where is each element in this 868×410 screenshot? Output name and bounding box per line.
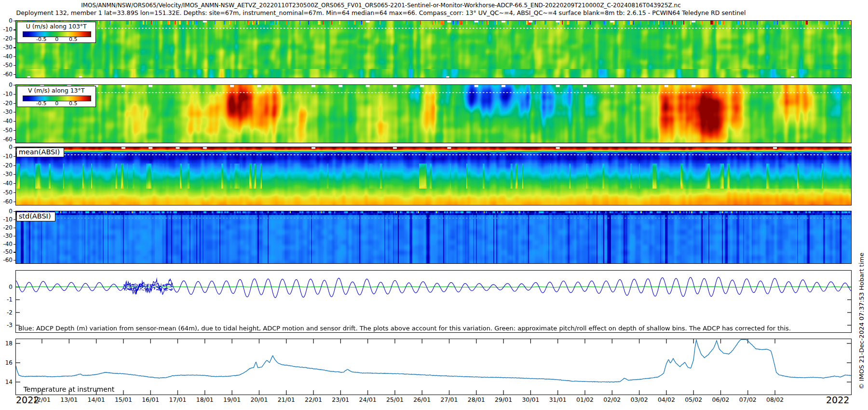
- xtick-date-16-01: 16/01: [139, 396, 162, 403]
- ytick-mark: [14, 121, 16, 122]
- xtick-date-30-01: 30/01: [519, 396, 542, 403]
- figure-titles: IMOS/ANMN/NSW/ORS065/Velocity/IMOS_ANMN-…: [5, 2, 757, 16]
- v-colorbar-tick-neg: -0.5: [33, 100, 50, 107]
- ytick-mark: [14, 139, 16, 140]
- ytick-mark: [14, 202, 16, 202]
- xtick-date-13-01: 13/01: [58, 396, 80, 403]
- u-legend-title: U (m/s) along 103°T: [17, 23, 95, 30]
- xtick-date-15-01: 15/01: [112, 396, 135, 403]
- ytick-v--50: -50: [0, 127, 13, 134]
- xtick-date-20-01: 20/01: [248, 396, 270, 403]
- ytick-temp-14: 14: [0, 379, 13, 385]
- panel-temperature: Temperature at instrument: [15, 339, 852, 395]
- ytick-mean_absi--10: -10: [0, 153, 13, 160]
- ytick-mean_absi--20: -20: [0, 162, 13, 169]
- ytick-mark: [14, 56, 16, 57]
- xtick-date-02-02: 02/02: [601, 396, 623, 403]
- xtick-date-19-01: 19/01: [221, 396, 243, 403]
- ytick-u--20: -20: [0, 35, 13, 42]
- ytick-mark: [14, 260, 16, 260]
- ytick-mean_absi--60: -60: [0, 198, 13, 205]
- u-colorbar-tick-neg: -0.5: [33, 36, 50, 42]
- x-axis-year-right: 2022: [826, 395, 849, 405]
- xtick-date-27-01: 27/01: [438, 396, 461, 403]
- v-velocity-heatmap: [16, 85, 851, 143]
- ytick-v--20: -20: [0, 100, 13, 107]
- ytick-depth-0: 0: [0, 284, 13, 290]
- v-colorbar-tick-pos: 0.5: [65, 100, 81, 107]
- depth-variation-annotation: Blue: ADCP Depth (m) variation from sens…: [18, 325, 791, 332]
- mean-absi-label: mean(ABSI): [16, 148, 65, 157]
- ytick-u--40: -40: [0, 53, 13, 60]
- ytick-mark: [14, 211, 16, 212]
- xtick-date-03-02: 03/02: [628, 396, 651, 403]
- ytick-mark: [14, 47, 16, 48]
- imos-watermark: © IMOS 21-Dec-2024 07:37:53 Hobart time: [858, 230, 866, 410]
- ytick-mark: [14, 165, 16, 166]
- xtick-date-29-01: 29/01: [492, 396, 515, 403]
- ytick-temp-16: 16: [0, 359, 13, 366]
- ytick-v--30: -30: [0, 109, 13, 115]
- xtick-date-24-01: 24/01: [357, 396, 379, 403]
- ytick-mark: [14, 85, 16, 85]
- xtick-date-18-01: 18/01: [194, 396, 216, 403]
- ytick-std_absi--30: -30: [0, 232, 13, 239]
- xtick-date-01-02: 01/02: [574, 396, 596, 403]
- ytick-mark: [14, 174, 16, 175]
- panel-u-velocity: U (m/s) along 103°T -0.5 0 0.5: [15, 20, 852, 78]
- ytick-v--60: -60: [0, 136, 13, 143]
- ytick-mark: [14, 192, 16, 193]
- xtick-date-08-02: 08/02: [764, 396, 786, 403]
- title-deployment-info: Deployment 132, member 1 lat=33.89S lon=…: [5, 9, 757, 16]
- x-axis-year-left: 2022: [16, 395, 39, 405]
- xtick-date-17-01: 17/01: [167, 396, 189, 403]
- ytick-mean_absi--40: -40: [0, 180, 13, 187]
- ytick-mark: [14, 130, 16, 131]
- u-colorbar-tick-zero: 0: [49, 36, 65, 42]
- u-colorbar-tick-pos: 0.5: [65, 36, 81, 42]
- xtick-date-28-01: 28/01: [465, 396, 488, 403]
- ytick-temp-18: 18: [0, 340, 13, 347]
- xtick-date-14-01: 14/01: [85, 396, 108, 403]
- xtick-date-22-01: 22/01: [302, 396, 325, 403]
- ytick-mark: [14, 103, 16, 104]
- xtick-date-26-01: 26/01: [411, 396, 433, 403]
- ytick-mean_absi-0: 0: [0, 144, 13, 150]
- ytick-u-0: 0: [0, 17, 13, 24]
- ytick-mark: [14, 183, 16, 184]
- ytick-mean_absi--30: -30: [0, 171, 13, 178]
- ytick-mark: [14, 228, 16, 228]
- ytick-u--10: -10: [0, 26, 13, 33]
- std-absi-label: std(ABSI): [16, 212, 55, 221]
- xtick-date-05-02: 05/02: [682, 396, 705, 403]
- ytick-depth--3: -3: [0, 322, 13, 328]
- ytick-mark: [14, 219, 16, 220]
- panel-adcp-depth-variation: Blue: ADCP Depth (m) variation from sens…: [15, 270, 852, 333]
- temperature-label: Temperature at instrument: [24, 385, 114, 393]
- ytick-mark: [14, 112, 16, 112]
- xtick-date-21-01: 21/01: [275, 396, 298, 403]
- title-filename: IMOS/ANMN/NSW/ORS065/Velocity/IMOS_ANMN-…: [5, 2, 757, 9]
- ytick-depth--2: -2: [0, 309, 13, 316]
- ytick-u--50: -50: [0, 62, 13, 68]
- depth-variation-lineplot: [16, 271, 851, 332]
- panel-mean-absi: mean(ABSI): [15, 147, 852, 205]
- ytick-v-0: 0: [0, 82, 13, 88]
- xtick-date-06-02: 06/02: [710, 396, 732, 403]
- ytick-v--10: -10: [0, 91, 13, 97]
- ytick-mark: [14, 29, 16, 30]
- v-colorbar-legend: V (m/s) along 13°T -0.5 0 0.5: [17, 86, 96, 107]
- temperature-lineplot: [16, 339, 851, 395]
- ytick-mark: [14, 156, 16, 157]
- ytick-std_absi--40: -40: [0, 241, 13, 247]
- ytick-std_absi--60: -60: [0, 257, 13, 263]
- ytick-mark: [14, 74, 16, 75]
- panel-std-absi: std(ABSI): [15, 211, 852, 264]
- ytick-mark: [14, 94, 16, 95]
- ytick-mark: [14, 21, 16, 21]
- u-velocity-heatmap: [16, 21, 851, 78]
- v-colorbar-tick-zero: 0: [49, 100, 65, 107]
- ytick-std_absi--20: -20: [0, 224, 13, 231]
- ytick-u--30: -30: [0, 44, 13, 51]
- ytick-mark: [14, 244, 16, 245]
